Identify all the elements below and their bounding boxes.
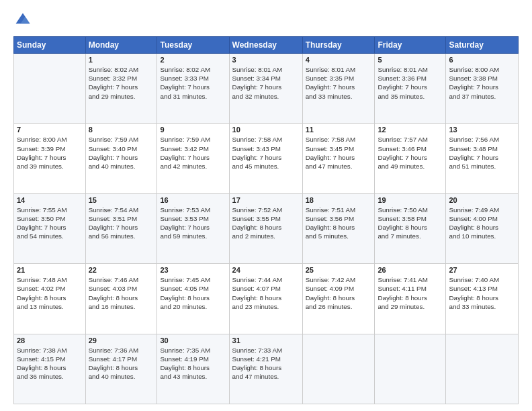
calendar-cell: 29Sunrise: 7:36 AM Sunset: 4:17 PM Dayli… [85,334,157,404]
calendar-cell: 19Sunrise: 7:50 AM Sunset: 3:58 PM Dayli… [375,193,446,263]
day-number: 25 [306,266,372,274]
logo-icon [13,11,32,30]
calendar-cell: 16Sunrise: 7:53 AM Sunset: 3:53 PM Dayli… [157,193,229,263]
day-number: 16 [160,196,226,204]
calendar-cell: 26Sunrise: 7:41 AM Sunset: 4:11 PM Dayli… [375,264,446,334]
day-info: Sunrise: 7:50 AM Sunset: 3:58 PM Dayligh… [378,205,443,241]
day-info: Sunrise: 7:44 AM Sunset: 4:07 PM Dayligh… [232,275,300,311]
day-info: Sunrise: 8:00 AM Sunset: 3:39 PM Dayligh… [17,135,83,171]
day-number: 18 [306,196,372,204]
day-number: 14 [17,196,83,204]
day-info: Sunrise: 7:59 AM Sunset: 3:42 PM Dayligh… [160,135,226,171]
header-day: Sunday [14,37,86,54]
day-info: Sunrise: 7:40 AM Sunset: 4:13 PM Dayligh… [449,275,515,311]
calendar-cell: 30Sunrise: 7:35 AM Sunset: 4:19 PM Dayli… [157,334,229,404]
calendar-cell: 13Sunrise: 7:56 AM Sunset: 3:48 PM Dayli… [446,124,519,193]
day-info: Sunrise: 7:36 AM Sunset: 4:17 PM Dayligh… [89,346,154,381]
header-row: SundayMondayTuesdayWednesdayThursdayFrid… [14,37,519,54]
calendar-cell: 24Sunrise: 7:44 AM Sunset: 4:07 PM Dayli… [229,264,302,334]
day-info: Sunrise: 7:58 AM Sunset: 3:45 PM Dayligh… [306,135,372,171]
day-number: 6 [449,56,515,64]
day-number: 12 [378,126,443,134]
calendar-cell: 18Sunrise: 7:51 AM Sunset: 3:56 PM Dayli… [302,193,375,263]
day-info: Sunrise: 7:57 AM Sunset: 3:46 PM Dayligh… [378,135,443,171]
calendar-week-row: 7Sunrise: 8:00 AM Sunset: 3:39 PM Daylig… [14,124,519,193]
calendar-cell: 31Sunrise: 7:33 AM Sunset: 4:21 PM Dayli… [229,334,302,404]
day-number: 28 [17,336,83,345]
day-info: Sunrise: 7:59 AM Sunset: 3:40 PM Dayligh… [89,135,154,171]
calendar-week-row: 28Sunrise: 7:38 AM Sunset: 4:15 PM Dayli… [14,334,519,404]
calendar-cell: 1Sunrise: 8:02 AM Sunset: 3:32 PM Daylig… [85,54,157,124]
day-number: 10 [232,126,300,134]
calendar-cell: 7Sunrise: 8:00 AM Sunset: 3:39 PM Daylig… [14,124,86,193]
day-number: 26 [378,266,443,274]
day-info: Sunrise: 8:01 AM Sunset: 3:36 PM Dayligh… [378,65,443,101]
calendar-cell: 3Sunrise: 8:01 AM Sunset: 3:34 PM Daylig… [229,54,302,124]
calendar-cell: 20Sunrise: 7:49 AM Sunset: 4:00 PM Dayli… [446,193,519,263]
calendar-cell: 14Sunrise: 7:55 AM Sunset: 3:50 PM Dayli… [14,193,86,263]
day-info: Sunrise: 7:33 AM Sunset: 4:21 PM Dayligh… [232,346,300,381]
calendar-cell: 8Sunrise: 7:59 AM Sunset: 3:40 PM Daylig… [85,124,157,193]
day-info: Sunrise: 7:51 AM Sunset: 3:56 PM Dayligh… [306,205,372,241]
day-info: Sunrise: 8:02 AM Sunset: 3:32 PM Dayligh… [89,65,154,101]
day-number: 30 [160,336,226,345]
day-info: Sunrise: 7:54 AM Sunset: 3:51 PM Dayligh… [89,205,154,241]
day-info: Sunrise: 7:38 AM Sunset: 4:15 PM Dayligh… [17,346,83,381]
day-number: 24 [232,266,300,274]
day-info: Sunrise: 8:00 AM Sunset: 3:38 PM Dayligh… [449,65,515,101]
day-info: Sunrise: 8:01 AM Sunset: 3:35 PM Dayligh… [306,65,372,101]
day-info: Sunrise: 7:46 AM Sunset: 4:03 PM Dayligh… [89,275,154,311]
day-number: 9 [160,126,226,134]
calendar-cell: 2Sunrise: 8:02 AM Sunset: 3:33 PM Daylig… [157,54,229,124]
calendar-cell: 11Sunrise: 7:58 AM Sunset: 3:45 PM Dayli… [302,124,375,193]
calendar-cell: 27Sunrise: 7:40 AM Sunset: 4:13 PM Dayli… [446,264,519,334]
day-number: 31 [232,336,300,345]
day-number: 1 [89,56,154,64]
calendar-cell: 23Sunrise: 7:45 AM Sunset: 4:05 PM Dayli… [157,264,229,334]
day-info: Sunrise: 7:58 AM Sunset: 3:43 PM Dayligh… [232,135,300,171]
calendar-cell [375,334,446,404]
day-info: Sunrise: 7:48 AM Sunset: 4:02 PM Dayligh… [17,275,83,311]
day-info: Sunrise: 8:02 AM Sunset: 3:33 PM Dayligh… [160,65,226,101]
day-number: 22 [89,266,154,274]
day-number: 5 [378,56,443,64]
day-number: 3 [232,56,300,64]
day-number: 27 [449,266,515,274]
header-day: Tuesday [157,37,229,54]
calendar-cell: 4Sunrise: 8:01 AM Sunset: 3:35 PM Daylig… [302,54,375,124]
day-number: 15 [89,196,154,204]
day-number: 13 [449,126,515,134]
day-info: Sunrise: 7:56 AM Sunset: 3:48 PM Dayligh… [449,135,515,171]
logo [13,11,35,30]
day-info: Sunrise: 7:53 AM Sunset: 3:53 PM Dayligh… [160,205,226,241]
calendar-cell: 21Sunrise: 7:48 AM Sunset: 4:02 PM Dayli… [14,264,86,334]
calendar-cell: 10Sunrise: 7:58 AM Sunset: 3:43 PM Dayli… [229,124,302,193]
day-number: 29 [89,336,154,345]
calendar-cell [302,334,375,404]
day-info: Sunrise: 7:35 AM Sunset: 4:19 PM Dayligh… [160,346,226,381]
calendar-table: SundayMondayTuesdayWednesdayThursdayFrid… [13,36,519,404]
calendar-cell: 15Sunrise: 7:54 AM Sunset: 3:51 PM Dayli… [85,193,157,263]
day-info: Sunrise: 7:41 AM Sunset: 4:11 PM Dayligh… [378,275,443,311]
calendar-cell: 9Sunrise: 7:59 AM Sunset: 3:42 PM Daylig… [157,124,229,193]
calendar-cell: 25Sunrise: 7:42 AM Sunset: 4:09 PM Dayli… [302,264,375,334]
header-day: Friday [375,37,446,54]
day-number: 17 [232,196,300,204]
day-info: Sunrise: 7:52 AM Sunset: 3:55 PM Dayligh… [232,205,300,241]
day-info: Sunrise: 7:45 AM Sunset: 4:05 PM Dayligh… [160,275,226,311]
page: SundayMondayTuesdayWednesdayThursdayFrid… [0,0,532,411]
calendar-week-row: 14Sunrise: 7:55 AM Sunset: 3:50 PM Dayli… [14,193,519,263]
day-number: 20 [449,196,515,204]
calendar-cell: 12Sunrise: 7:57 AM Sunset: 3:46 PM Dayli… [375,124,446,193]
calendar-week-row: 1Sunrise: 8:02 AM Sunset: 3:32 PM Daylig… [14,54,519,124]
day-number: 19 [378,196,443,204]
day-number: 4 [306,56,372,64]
calendar-cell: 17Sunrise: 7:52 AM Sunset: 3:55 PM Dayli… [229,193,302,263]
day-number: 21 [17,266,83,274]
calendar-cell: 28Sunrise: 7:38 AM Sunset: 4:15 PM Dayli… [14,334,86,404]
day-info: Sunrise: 7:55 AM Sunset: 3:50 PM Dayligh… [17,205,83,241]
day-number: 11 [306,126,372,134]
calendar-week-row: 21Sunrise: 7:48 AM Sunset: 4:02 PM Dayli… [14,264,519,334]
day-info: Sunrise: 7:49 AM Sunset: 4:00 PM Dayligh… [449,205,515,241]
calendar-cell [446,334,519,404]
